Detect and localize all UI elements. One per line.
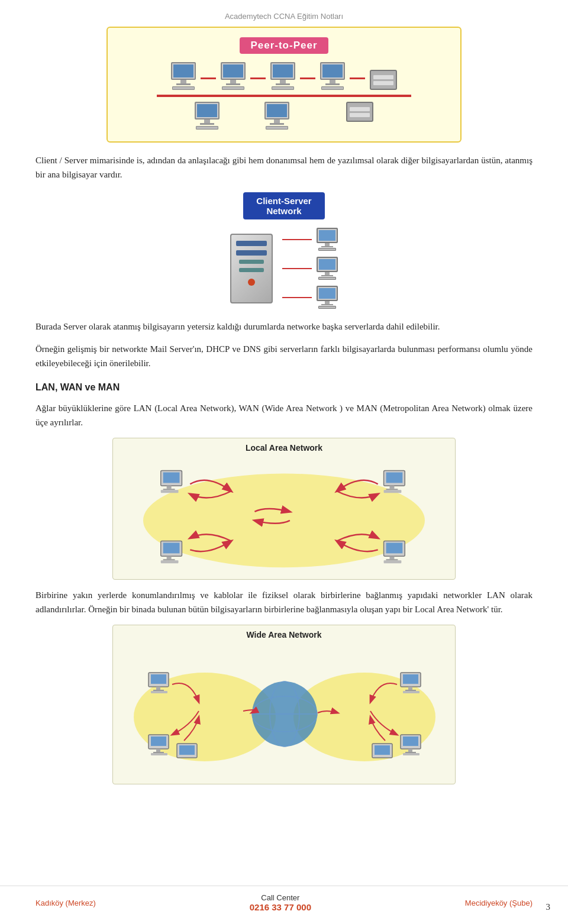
svg-rect-12 <box>163 543 180 554</box>
svg-rect-47 <box>405 752 416 753</box>
svg-rect-8 <box>390 486 395 489</box>
computer-6 <box>264 102 289 130</box>
client-2 <box>317 257 338 280</box>
peer-to-peer-diagram: Peer-to-Peer <box>36 27 532 143</box>
text-block-4: Birbirine yakın yerlerde konumlandırılmı… <box>36 588 532 616</box>
server-slot-2 <box>236 250 267 256</box>
svg-rect-42 <box>405 690 416 691</box>
svg-rect-31 <box>151 691 167 693</box>
lan-svg <box>113 438 455 579</box>
peer-title-label: Peer-to-Peer <box>240 37 328 54</box>
connector-h4 <box>350 77 365 79</box>
svg-rect-19 <box>386 559 398 560</box>
text-1: Client / Server mimarisinde is, adından … <box>36 156 532 179</box>
lan-diagram-container: Local Area Network <box>36 438 532 580</box>
footer-center-label: Call Center <box>250 893 311 902</box>
wan-svg <box>113 625 456 784</box>
main-network-line <box>157 95 411 97</box>
svg-rect-4 <box>163 489 175 490</box>
svg-rect-33 <box>151 736 166 746</box>
footer-right: Mecidiyeköy (Şube) <box>465 899 532 907</box>
svg-rect-18 <box>390 556 395 559</box>
text-4: Birbirine yakın yerlerde konumlandırılmı… <box>36 590 532 614</box>
footer-left: Kadıköy (Merkez) <box>36 899 96 907</box>
svg-rect-41 <box>408 687 412 690</box>
svg-rect-45 <box>403 736 418 746</box>
svg-rect-34 <box>156 749 160 752</box>
svg-rect-3 <box>167 486 172 489</box>
svg-rect-30 <box>153 690 164 691</box>
svg-rect-38 <box>179 745 195 755</box>
svg-rect-17 <box>386 543 403 554</box>
lan-wan-man-text: Ağlar büyüklüklerine göre LAN (Local Are… <box>36 401 532 429</box>
footer: Kadıköy (Merkez) Call Center 0216 33 77 … <box>0 886 568 912</box>
cs-line2: Network <box>266 206 301 216</box>
svg-rect-29 <box>156 687 160 690</box>
svg-rect-35 <box>153 752 164 753</box>
client-3 <box>317 286 338 309</box>
conn-line-2 <box>282 268 312 269</box>
text-block-1: Client / Server mimarisinde is, adından … <box>36 153 532 182</box>
conn-line-1 <box>282 239 312 240</box>
svg-rect-50 <box>375 745 390 755</box>
client-1 <box>317 228 338 251</box>
svg-rect-36 <box>151 753 167 755</box>
printer-bottom <box>346 102 373 122</box>
svg-rect-5 <box>161 490 179 493</box>
text-3: Örneğin gelişmiş bir networkte Mail Serv… <box>36 344 532 368</box>
computer-printer-3 <box>270 62 295 90</box>
printer-top <box>370 70 397 90</box>
svg-rect-48 <box>403 753 419 755</box>
footer-center: Call Center 0216 33 77 000 <box>250 893 311 912</box>
header-title: Academytech CCNA Eğitim Notları <box>225 12 343 21</box>
svg-rect-10 <box>384 490 402 493</box>
svg-rect-43 <box>403 691 419 693</box>
server-led <box>248 279 255 286</box>
svg-point-0 <box>143 474 425 568</box>
svg-rect-13 <box>167 556 172 559</box>
server-slot-4 <box>239 268 264 272</box>
server-tower <box>230 234 273 303</box>
text-block-2: Burada Server olarak atanmış bilgisayarı… <box>36 319 532 334</box>
wan-diagram-container: Wide Area Network <box>36 625 532 784</box>
svg-rect-28 <box>151 674 166 684</box>
page-number: 3 <box>546 902 551 912</box>
svg-rect-14 <box>163 559 175 560</box>
computer-1 <box>171 62 196 90</box>
connector-h3 <box>300 77 315 79</box>
svg-rect-2 <box>163 473 180 483</box>
cs-title: Client-Server Network <box>243 192 324 219</box>
lan-wan-man-body: Ağlar büyüklüklerine göre LAN (Local Are… <box>36 403 532 427</box>
wan-title: Wide Area Network <box>247 630 322 639</box>
svg-rect-7 <box>386 473 403 483</box>
lan-title: Local Area Network <box>246 443 322 453</box>
footer-phone: 0216 33 77 000 <box>250 902 311 912</box>
svg-rect-20 <box>384 560 402 563</box>
lan-wan-man-heading: LAN, WAN ve MAN <box>36 382 532 393</box>
svg-rect-15 <box>161 560 179 563</box>
svg-rect-9 <box>386 489 398 490</box>
svg-rect-40 <box>403 674 418 684</box>
conn-line-3 <box>282 297 312 298</box>
computer-5 <box>195 102 220 130</box>
text-2: Burada Server olarak atanmış bilgisayarı… <box>36 322 440 331</box>
client-server-diagram: Client-Server Network <box>36 192 532 309</box>
page-header: Academytech CCNA Eğitim Notları <box>36 12 532 21</box>
connector-h2 <box>250 77 266 79</box>
server-slot-3 <box>239 260 264 264</box>
computer-2 <box>221 62 246 90</box>
computer-4 <box>320 62 345 90</box>
server-slot-1 <box>236 241 267 246</box>
text-block-3: Örneğin gelişmiş bir networkte Mail Serv… <box>36 342 532 370</box>
cs-line1: Client-Server <box>256 196 311 206</box>
connector-h <box>201 77 216 79</box>
svg-rect-46 <box>408 749 412 752</box>
